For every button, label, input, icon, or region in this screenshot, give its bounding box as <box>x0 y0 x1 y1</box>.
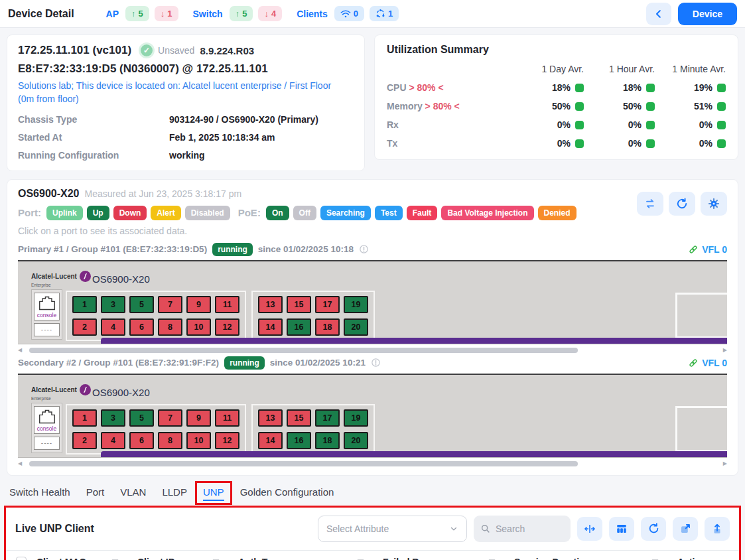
port[interactable]: 7 <box>158 409 182 427</box>
port[interactable]: 3 <box>101 409 125 427</box>
port[interactable]: 11 <box>215 296 239 313</box>
select-all-checkbox[interactable] <box>16 557 27 560</box>
port[interactable]: 3 <box>101 296 125 313</box>
device-info-card: 172.25.11.101 (vc101) ✓ Unsaved 8.9.224.… <box>7 35 365 171</box>
device-button[interactable]: Device <box>678 3 737 25</box>
column-header: Client IP <box>137 557 238 560</box>
filter-icon[interactable] <box>650 557 660 560</box>
port[interactable]: 5 <box>129 296 154 313</box>
port[interactable]: 19 <box>344 409 368 427</box>
page-content: 172.25.11.101 (vc101) ✓ Unsaved 8.9.224.… <box>0 28 745 560</box>
port[interactable]: 16 <box>287 318 311 336</box>
tab[interactable]: Golden Configuration <box>240 486 334 498</box>
metric-label: Memory > 80% < <box>387 101 513 111</box>
port[interactable]: 17 <box>315 409 340 427</box>
switch-panel-primary: Alcatel-Lucent Enterprise OS6900-X20 con… <box>18 260 727 344</box>
arrow-up-icon: ↑ <box>236 9 240 19</box>
swap-view-button[interactable] <box>637 192 663 216</box>
port[interactable]: 13 <box>258 296 283 313</box>
panel2-scrollbar[interactable]: ◀ ▶ <box>18 460 727 467</box>
refresh-icon <box>675 197 689 210</box>
port[interactable]: 6 <box>129 432 154 449</box>
port[interactable]: 12 <box>215 432 239 449</box>
field-value: working <box>169 150 354 161</box>
status-ok-icon <box>717 84 726 92</box>
filter-icon[interactable] <box>110 557 120 560</box>
status-ok-icon <box>646 121 655 129</box>
port[interactable]: 2 <box>72 432 97 449</box>
field-label: Started At <box>18 132 169 143</box>
tab[interactable]: VLAN <box>120 486 146 498</box>
port[interactable]: 8 <box>158 432 182 449</box>
chassis-card: OS6900-X20 Measured at Jun 23, 2025 3:18… <box>7 179 738 476</box>
open-external-button[interactable] <box>673 517 698 541</box>
port[interactable]: 10 <box>186 432 211 449</box>
port[interactable]: 5 <box>129 409 154 427</box>
column-header: Client MAC <box>36 557 137 560</box>
search-box[interactable] <box>474 516 571 542</box>
switch-up-badge: ↑5 <box>230 6 253 21</box>
panel1-scrollbar[interactable]: ◀ ▶ <box>18 347 727 354</box>
port[interactable]: 14 <box>258 432 283 449</box>
tab[interactable]: Port <box>86 486 105 498</box>
port[interactable]: 1 <box>72 409 97 427</box>
scroll-left-icon[interactable]: ◀ <box>18 348 22 353</box>
panel1-vfl-link[interactable]: VFL 0 <box>688 244 727 255</box>
ap-down-badge: ↓1 <box>155 6 178 21</box>
tab[interactable]: LLDP <box>162 486 187 498</box>
port[interactable]: 9 <box>186 409 211 427</box>
refresh-table-button[interactable] <box>641 517 666 541</box>
port[interactable]: 8 <box>158 318 182 336</box>
refresh-button[interactable] <box>669 192 695 216</box>
filter-icon[interactable] <box>487 557 497 560</box>
scrollbar-thumb[interactable] <box>29 348 578 353</box>
port[interactable]: 4 <box>101 432 125 449</box>
filter-icon[interactable] <box>356 557 366 560</box>
back-button[interactable] <box>646 3 671 25</box>
port[interactable]: 17 <box>315 296 340 313</box>
firmware-version: 8.9.224.R03 <box>200 45 254 56</box>
tab[interactable]: Switch Health <box>9 486 70 498</box>
port[interactable]: 14 <box>258 318 283 336</box>
port[interactable]: 19 <box>344 296 368 313</box>
port[interactable]: 18 <box>315 318 340 336</box>
export-button[interactable] <box>705 517 730 541</box>
port[interactable]: 9 <box>186 296 211 313</box>
port[interactable]: 11 <box>215 409 239 427</box>
expand-columns-button[interactable] <box>577 517 602 541</box>
attribute-select[interactable]: Select Attribute <box>318 516 467 542</box>
info-icon[interactable] <box>359 244 369 254</box>
port[interactable]: 6 <box>129 318 154 336</box>
poe-legend-label: PoE: <box>238 207 261 218</box>
port[interactable]: 4 <box>101 318 125 336</box>
port[interactable]: 13 <box>258 409 283 427</box>
ap-label: AP <box>106 9 119 19</box>
panel2-vfl-link[interactable]: VFL 0 <box>688 358 727 368</box>
port[interactable]: 2 <box>72 318 97 336</box>
port[interactable]: 20 <box>344 318 368 336</box>
port[interactable]: 20 <box>344 432 368 449</box>
port[interactable]: 7 <box>158 296 182 313</box>
info-icon[interactable] <box>371 358 381 368</box>
settings-button[interactable] <box>701 192 727 216</box>
field-label: Running Configuration <box>18 150 169 161</box>
scroll-left-icon[interactable]: ◀ <box>18 461 22 466</box>
port[interactable]: 15 <box>287 409 311 427</box>
device-mac-title: E8:E7:32:33:19:D5 (N0360007) @ 172.25.11… <box>18 62 354 76</box>
port[interactable]: 10 <box>186 318 211 336</box>
columns-button[interactable] <box>609 517 634 541</box>
filter-icon[interactable] <box>211 557 221 560</box>
search-input[interactable] <box>496 524 562 534</box>
port-group-2: 13151719 14161820 <box>251 404 375 455</box>
clients-wireless-count: 0 <box>354 9 358 19</box>
scroll-right-icon[interactable]: ▶ <box>723 348 727 353</box>
scroll-right-icon[interactable]: ▶ <box>723 461 727 466</box>
scrollbar-thumb[interactable] <box>29 461 578 466</box>
tab[interactable]: UNP <box>203 486 224 498</box>
port[interactable]: 15 <box>287 296 311 313</box>
device-location-link[interactable]: Solutions lab; This device is located on… <box>18 79 336 106</box>
port[interactable]: 12 <box>215 318 239 336</box>
port[interactable]: 16 <box>287 432 311 449</box>
port[interactable]: 1 <box>72 296 97 313</box>
port[interactable]: 18 <box>315 432 340 449</box>
